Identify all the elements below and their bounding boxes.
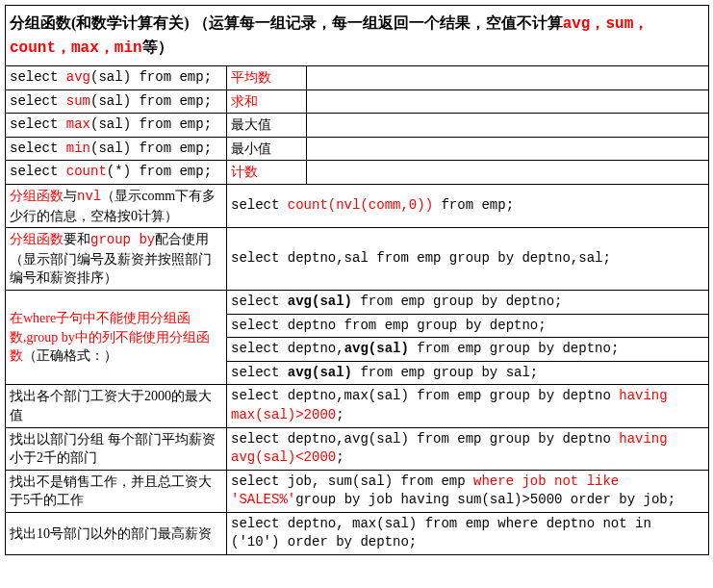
- table-row: 在where子句中不能使用分组函数,group by中的列不能使用分组函数（正确…: [6, 290, 709, 314]
- desc-cell: 平均数: [227, 66, 307, 90]
- notsales-right: select job, sum(sal) from emp where job …: [227, 470, 709, 512]
- where-rule-left: 在where子句中不能使用分组函数,group by中的列不能使用分组函数（正确…: [6, 290, 227, 384]
- nvl-right: select count(nvl(comm,0)) from emp;: [227, 184, 709, 227]
- title-suffix: 等）: [142, 38, 173, 55]
- where-rule-sql: select avg(sal) from emp group by sal;: [227, 361, 709, 385]
- table-row: 找出各个部门工资大于2000的最大值 select deptno,max(sal…: [6, 385, 709, 427]
- title-cell: 分组函数(和数学计算有关) （运算每一组记录，每一组返回一个结果，空值不计算av…: [6, 6, 709, 66]
- sql-cell: select avg(sal) from emp;: [6, 66, 227, 90]
- table-row: 分组函数要和group by配合使用（显示部门编号及薪资并按照部门编号和薪资排序…: [6, 228, 709, 291]
- not10-right: select deptno, max(sal) from emp where d…: [227, 512, 709, 554]
- gt2000-right: select deptno,max(sal) from emp group by…: [227, 385, 709, 427]
- empty-cell: [307, 114, 709, 138]
- sql-cell: select count(*) from emp;: [6, 161, 227, 185]
- empty-cell: [307, 161, 709, 185]
- table-row: 找出10号部门以外的部门最高薪资 select deptno, max(sal)…: [6, 512, 709, 554]
- avglt2000-left: 找出以部门分组 每个部门平均薪资小于2千的部门: [6, 427, 227, 470]
- gt2000-left: 找出各个部门工资大于2000的最大值: [6, 385, 227, 427]
- notsales-left: 找出不是销售工作，并且总工资大于5千的工作: [6, 470, 227, 512]
- table-row: select max(sal) from emp; 最大值: [6, 114, 709, 138]
- avglt2000-right: select deptno,avg(sal) from emp group by…: [227, 427, 709, 470]
- sql-cell: select sum(sal) from emp;: [6, 89, 227, 114]
- title-row: 分组函数(和数学计算有关) （运算每一组记录，每一组返回一个结果，空值不计算av…: [6, 6, 709, 66]
- where-rule-sql: select avg(sal) from emp group by deptno…: [227, 290, 709, 314]
- sql-cell: select max(sal) from emp;: [6, 114, 227, 138]
- desc-cell: 最大值: [227, 114, 307, 138]
- empty-cell: [307, 66, 709, 90]
- table-row: 找出不是销售工作，并且总工资大于5千的工作 select job, sum(sa…: [6, 470, 709, 512]
- empty-cell: [307, 137, 709, 161]
- empty-cell: [307, 89, 709, 114]
- sql-cell: select min(sal) from emp;: [6, 137, 227, 161]
- groupby-right: select deptno,sal from emp group by dept…: [227, 228, 709, 291]
- table-row: select sum(sal) from emp; 求和: [6, 89, 709, 114]
- table-row: 分组函数与nvl（显示comm下有多少行的信息，空格按0计算） select c…: [6, 184, 709, 227]
- table-row: select avg(sal) from emp; 平均数: [6, 66, 709, 90]
- table-row: 找出以部门分组 每个部门平均薪资小于2千的部门 select deptno,av…: [6, 427, 709, 470]
- table-row: select count(*) from emp; 计数: [6, 161, 709, 185]
- desc-cell: 计数: [227, 161, 307, 185]
- table-row: select min(sal) from emp; 最小值: [6, 137, 709, 161]
- groupby-left: 分组函数要和group by配合使用（显示部门编号及薪资并按照部门编号和薪资排序…: [6, 228, 227, 291]
- where-rule-sql: select deptno,avg(sal) from emp group by…: [227, 338, 709, 362]
- nvl-left: 分组函数与nvl（显示comm下有多少行的信息，空格按0计算）: [6, 184, 227, 227]
- desc-cell: 求和: [227, 89, 307, 114]
- sql-reference-table: 分组函数(和数学计算有关) （运算每一组记录，每一组返回一个结果，空值不计算av…: [5, 5, 709, 555]
- title-prefix: 分组函数(和数学计算有关) （运算每一组记录，每一组返回一个结果，空值不计算: [10, 14, 563, 31]
- not10-left: 找出10号部门以外的部门最高薪资: [6, 512, 227, 554]
- where-rule-sql: select deptno from emp group by deptno;: [227, 314, 709, 338]
- desc-cell: 最小值: [227, 137, 307, 161]
